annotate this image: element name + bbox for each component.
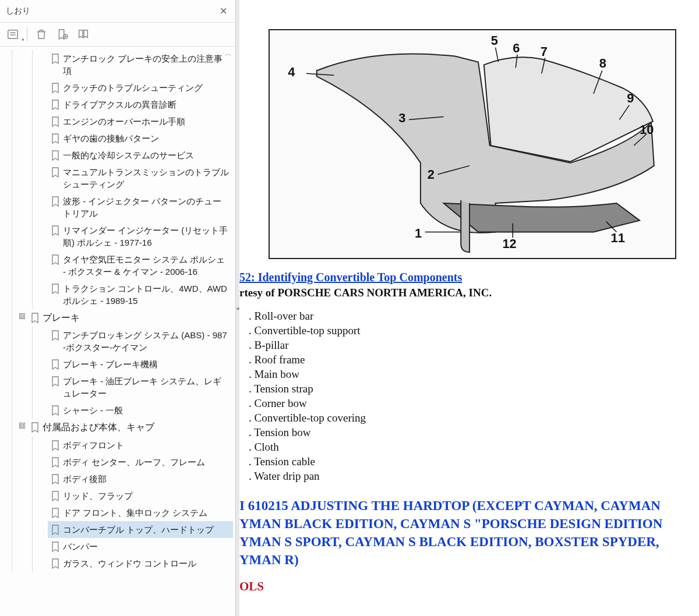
- bookmark-label: ブレーキ - 油圧ブレーキ システム、レギュレーター: [63, 375, 230, 399]
- bookmark-icon: [51, 405, 59, 416]
- bookmark-item[interactable]: トラクション コントロール、4WD、AWD ポルシェ - 1989-15: [48, 280, 233, 309]
- bookmark-item[interactable]: 波形 - インジェクター パターンのチュートリアル: [48, 193, 233, 222]
- bookmark-icon: [51, 558, 59, 569]
- group-label: 付属品および本体、キャブ: [43, 421, 154, 434]
- callout-5: 5: [491, 33, 498, 48]
- bookmark-group-body[interactable]: 付属品および本体、キャブ: [27, 419, 233, 436]
- bookmark-icon: [51, 54, 59, 64]
- parts-list-item: Tension strap: [249, 383, 699, 395]
- bookmark-label: トラクション コントロール、4WD、AWD ポルシェ - 1989-15: [63, 282, 230, 307]
- outline-options-icon[interactable]: [6, 27, 20, 41]
- bookmark-icon: [51, 254, 59, 265]
- bookmark-tree[interactable]: ︿ アンチロック ブレーキの安全上の注意事項クラッチのトラブルシューティングドラ…: [0, 47, 235, 616]
- bookmark-item[interactable]: ブレーキ - ブレーキ機構: [48, 356, 233, 373]
- pane-divider[interactable]: ◂: [236, 0, 239, 616]
- add-bookmark-icon[interactable]: [55, 27, 69, 41]
- trash-icon[interactable]: [34, 27, 48, 41]
- bookmark-item[interactable]: ドライブアクスルの異音診断: [48, 96, 233, 113]
- bookmark-item[interactable]: ガラス、ウィンドウ コントロール: [48, 555, 233, 572]
- section-heading: I 610215 ADJUSTING THE HARDTOP (EXCEPT C…: [239, 497, 699, 569]
- bookmark-label: ガラス、ウィンドウ コントロール: [63, 557, 196, 569]
- bookmark-icon: [51, 440, 59, 451]
- bookmark-label: ボディ センター、ルーフ、フレーム: [63, 456, 205, 468]
- parts-list-item: Convertible-top support: [249, 324, 699, 337]
- bookmark-icon: [51, 284, 59, 294]
- sidebar-header: しおり ×: [0, 0, 235, 23]
- bookmark-label: 波形 - インジェクター パターンのチュートリアル: [63, 195, 230, 220]
- callout-1: 1: [415, 226, 422, 240]
- collapse-toggle-body[interactable]: ⊟: [19, 423, 25, 429]
- sidebar-toolbar: [0, 23, 235, 47]
- bookmark-label: ボディ後部: [63, 473, 107, 485]
- callout-12: 12: [502, 236, 516, 251]
- collapse-toggle-brake[interactable]: ⊟: [19, 313, 25, 319]
- bookmark-label: クラッチのトラブルシューティング: [63, 82, 203, 94]
- bookmark-label: リマインダー インジケーター (リセット手順) ポルシェ - 1977-16: [63, 224, 230, 249]
- bookmark-item[interactable]: バンパー: [48, 538, 233, 555]
- bookmark-label: ドライブアクスルの異音診断: [63, 98, 176, 111]
- document-content[interactable]: 4 3 2 1 5 6 7 8 9 10 11 12 52: Identifyi…: [239, 0, 699, 616]
- bookmark-item[interactable]: ボディフロント: [48, 437, 233, 454]
- close-icon[interactable]: ×: [217, 3, 230, 19]
- parts-list-item: Roof frame: [249, 353, 699, 366]
- bookmark-item[interactable]: ボディ後部: [48, 470, 233, 487]
- bookmark-icon: [51, 376, 59, 387]
- bookmark-label: タイヤ空気圧モニター システム ポルシェ - ボクスター & ケイマン - 20…: [63, 253, 230, 278]
- parts-list-item: Water drip pan: [249, 470, 699, 483]
- bookmark-label: アンチロック ブレーキの安全上の注意事項: [63, 52, 230, 77]
- parts-list-item: Roll-over bar: [249, 310, 699, 323]
- bookmark-item[interactable]: コンバーチブル トップ、ハードトップ: [48, 521, 233, 538]
- parts-list-item: Cloth: [249, 441, 699, 454]
- bookmark-label: ボディフロント: [63, 439, 124, 451]
- bookmarks-sidebar: しおり × ︿ アンチロック ブレーキの安全上の注意事項クラ: [0, 0, 236, 616]
- bookmark-icon: [51, 359, 59, 370]
- bookmark-item[interactable]: ボディ センター、ルーフ、フレーム: [48, 454, 233, 470]
- divider-handle-icon[interactable]: ◂: [235, 296, 241, 320]
- callout-4: 4: [288, 65, 295, 79]
- bookmark-icon: [51, 474, 59, 484]
- callout-7: 7: [541, 44, 548, 59]
- bookmark-icon: [51, 508, 59, 518]
- bookmark-icon: [51, 330, 59, 341]
- callout-2: 2: [428, 167, 435, 182]
- bookmark-icon: [51, 457, 59, 468]
- bookmark-label: シャーシ - 一般: [63, 404, 123, 416]
- parts-list-item: Convertible-top covering: [249, 412, 699, 424]
- callout-8: 8: [599, 56, 606, 70]
- bookmark-label: バンパー: [63, 540, 98, 553]
- bookmark-item[interactable]: ギヤの歯の接触パターン: [48, 130, 233, 147]
- bookmark-icon: [51, 100, 59, 110]
- bookmark-label: コンバーチブル トップ、ハードトップ: [63, 523, 214, 536]
- bookmark-item[interactable]: アンチロック ブレーキの安全上の注意事項: [48, 50, 233, 79]
- bookmark-item[interactable]: マニュアルトランスミッションのトラブルシューティング: [48, 164, 233, 193]
- bookmark-item[interactable]: エンジンのオーバーホール手順: [48, 113, 233, 130]
- bookmark-item[interactable]: リッド、フラップ: [48, 487, 233, 504]
- parts-list: Roll-over barConvertible-top supportB-pi…: [239, 310, 699, 483]
- bookmark-item[interactable]: シャーシ - 一般: [48, 402, 233, 419]
- bookmark-icon: [51, 133, 59, 144]
- figure-caption-link[interactable]: 52: Identifying Convertible Top Componen…: [239, 271, 462, 284]
- bookmark-label: 一般的な冷却システムのサービス: [63, 149, 194, 161]
- bookmark-item[interactable]: リマインダー インジケーター (リセット手順) ポルシェ - 1977-16: [48, 222, 233, 251]
- bookmark-item[interactable]: クラッチのトラブルシューティング: [48, 79, 233, 96]
- bookmark-item[interactable]: タイヤ空気圧モニター システム ポルシェ - ボクスター & ケイマン - 20…: [48, 251, 233, 280]
- bookmark-item[interactable]: 一般的な冷却システムのサービス: [48, 147, 233, 164]
- bookmark-item[interactable]: ブレーキ - 油圧ブレーキ システム、レギュレーター: [48, 373, 233, 402]
- svg-rect-0: [8, 30, 18, 39]
- bookmark-item[interactable]: アンチブロッキング システム (ABS) - 987-ボクスター-ケイマン: [48, 327, 233, 356]
- bookmark-group-brake[interactable]: ブレーキ: [27, 309, 233, 327]
- bookmark-icon: [51, 116, 59, 127]
- bookmark-label: ギヤの歯の接触パターン: [63, 132, 159, 144]
- callout-3: 3: [398, 111, 405, 125]
- tools-heading: OLS: [239, 579, 699, 594]
- callout-9: 9: [627, 91, 634, 105]
- bookmark-label: ブレーキ - ブレーキ機構: [63, 358, 158, 370]
- parts-list-item: Main bow: [249, 368, 699, 381]
- bookmark-label: リッド、フラップ: [63, 490, 133, 502]
- bookmark-icon: [51, 491, 59, 501]
- bookmark-label: アンチブロッキング システム (ABS) - 987-ボクスター-ケイマン: [63, 329, 230, 353]
- bookmark-item[interactable]: ドア フロント、集中ロック システム: [48, 504, 233, 521]
- bookmark-icon: [31, 313, 39, 323]
- parts-list-item: Tension bow: [249, 426, 699, 439]
- bookmark-ribbon-icon[interactable]: [76, 27, 90, 41]
